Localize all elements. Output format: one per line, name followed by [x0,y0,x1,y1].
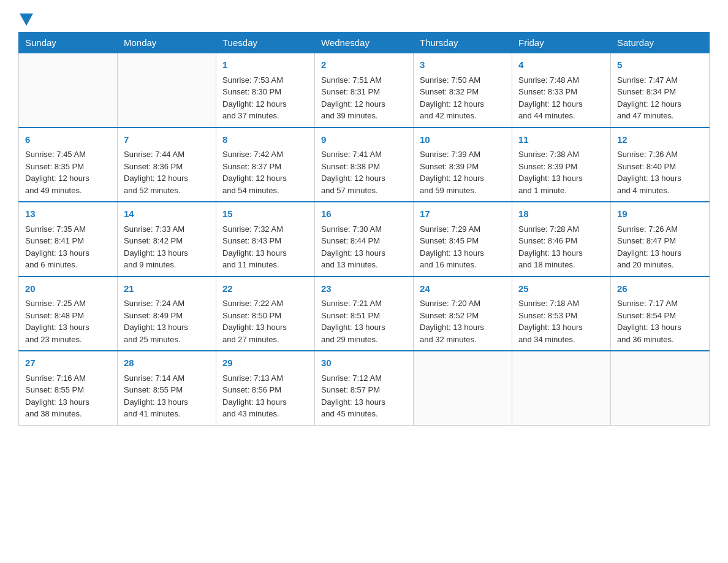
day-info-text: Daylight: 13 hours [25,247,111,259]
day-info-text: Sunset: 8:55 PM [25,384,111,396]
day-info-text: and 42 minutes. [420,110,506,122]
calendar-header-sunday: Sunday [19,33,118,53]
day-info-text: and 45 minutes. [321,408,407,420]
day-info-text: Sunrise: 7:53 AM [222,74,308,86]
day-number: 11 [518,133,604,147]
day-info-text: Sunrise: 7:35 AM [25,223,111,236]
day-info-text: Sunset: 8:46 PM [518,235,604,247]
day-info-text: Sunset: 8:40 PM [617,161,703,173]
day-number: 16 [321,207,407,221]
calendar-cell [611,351,710,425]
calendar-cell: 8Sunrise: 7:42 AMSunset: 8:37 PMDaylight… [216,128,315,202]
calendar-cell: 28Sunrise: 7:14 AMSunset: 8:55 PMDayligh… [118,351,216,425]
calendar-header-row: SundayMondayTuesdayWednesdayThursdayFrid… [19,33,710,53]
day-info-text: Sunset: 8:47 PM [617,235,703,247]
day-info-text: Daylight: 12 hours [222,98,308,110]
calendar-cell: 18Sunrise: 7:28 AMSunset: 8:46 PMDayligh… [512,202,611,277]
day-info-text: and 36 minutes. [617,334,703,346]
day-number: 29 [222,356,308,370]
calendar-cell: 2Sunrise: 7:51 AMSunset: 8:31 PMDaylight… [315,53,414,128]
day-info-text: and 18 minutes. [518,259,604,271]
day-info-text: and 23 minutes. [25,334,111,346]
day-info-text: Daylight: 12 hours [420,172,506,185]
day-info-text: Sunrise: 7:18 AM [518,297,604,310]
calendar-table: SundayMondayTuesdayWednesdayThursdayFrid… [18,32,710,426]
day-info-text: Sunset: 8:30 PM [222,86,308,98]
day-info-text: Sunrise: 7:45 AM [25,148,111,161]
day-info-text: Daylight: 13 hours [321,321,407,334]
day-number: 18 [518,207,604,221]
day-info-text: Daylight: 13 hours [25,396,111,408]
day-info-text: Daylight: 13 hours [617,172,703,185]
day-info-text: Sunset: 8:56 PM [222,384,308,396]
calendar-cell: 11Sunrise: 7:38 AMSunset: 8:39 PMDayligh… [512,128,611,202]
day-info-text: Sunset: 8:49 PM [124,310,210,322]
day-number: 1 [222,58,308,72]
day-info-text: Sunrise: 7:29 AM [420,223,506,236]
calendar-cell: 30Sunrise: 7:12 AMSunset: 8:57 PMDayligh… [315,351,414,425]
calendar-week-row: 20Sunrise: 7:25 AMSunset: 8:48 PMDayligh… [19,277,710,351]
day-info-text: and 13 minutes. [321,259,407,271]
day-info-text: Daylight: 13 hours [518,247,604,259]
day-info-text: Daylight: 12 hours [321,98,407,110]
calendar-cell [414,351,512,425]
day-info-text: Daylight: 13 hours [25,321,111,334]
day-info-text: and 29 minutes. [321,334,407,346]
day-info-text: Sunrise: 7:28 AM [518,223,604,236]
day-info-text: Sunset: 8:57 PM [321,384,407,396]
day-number: 3 [420,58,506,72]
day-info-text: Sunset: 8:39 PM [420,161,506,173]
day-number: 28 [124,356,210,370]
calendar-cell: 25Sunrise: 7:18 AMSunset: 8:53 PMDayligh… [512,277,611,351]
day-info-text: Sunrise: 7:16 AM [25,372,111,385]
day-info-text: Daylight: 12 hours [222,172,308,185]
day-info-text: Sunset: 8:51 PM [321,310,407,322]
day-info-text: and 4 minutes. [617,185,703,197]
day-info-text: Sunrise: 7:36 AM [617,148,703,161]
calendar-week-row: 13Sunrise: 7:35 AMSunset: 8:41 PMDayligh… [19,202,710,277]
day-info-text: Daylight: 13 hours [321,247,407,259]
day-info-text: and 57 minutes. [321,185,407,197]
day-info-text: Sunrise: 7:25 AM [25,297,111,310]
calendar-header-thursday: Thursday [414,33,512,53]
day-number: 27 [25,356,111,370]
day-info-text: Sunrise: 7:13 AM [222,372,308,385]
day-info-text: Daylight: 12 hours [518,98,604,110]
day-info-text: Sunrise: 7:22 AM [222,297,308,310]
calendar-cell: 22Sunrise: 7:22 AMSunset: 8:50 PMDayligh… [216,277,315,351]
day-number: 21 [124,282,210,296]
day-info-text: Sunrise: 7:48 AM [518,74,604,86]
day-info-text: Sunrise: 7:51 AM [321,74,407,86]
day-number: 9 [321,133,407,147]
calendar-header-monday: Monday [118,33,216,53]
day-number: 8 [222,133,308,147]
calendar-cell: 14Sunrise: 7:33 AMSunset: 8:42 PMDayligh… [118,202,216,277]
day-number: 30 [321,356,407,370]
day-info-text: Daylight: 13 hours [617,247,703,259]
day-info-text: Sunset: 8:48 PM [25,310,111,322]
day-info-text: Sunset: 8:41 PM [25,235,111,247]
day-info-text: and 54 minutes. [222,185,308,197]
calendar-week-row: 27Sunrise: 7:16 AMSunset: 8:55 PMDayligh… [19,351,710,425]
calendar-cell: 16Sunrise: 7:30 AMSunset: 8:44 PMDayligh… [315,202,414,277]
day-info-text: and 11 minutes. [222,259,308,271]
calendar-cell: 9Sunrise: 7:41 AMSunset: 8:38 PMDaylight… [315,128,414,202]
day-info-text: and 52 minutes. [124,185,210,197]
day-info-text: and 59 minutes. [420,185,506,197]
logo [18,12,33,26]
day-info-text: Sunset: 8:35 PM [25,161,111,173]
day-info-text: Daylight: 12 hours [321,172,407,185]
day-info-text: Daylight: 13 hours [222,247,308,259]
day-info-text: Sunset: 8:53 PM [518,310,604,322]
day-info-text: Sunrise: 7:42 AM [222,148,308,161]
day-info-text: and 38 minutes. [25,408,111,420]
day-info-text: and 49 minutes. [25,185,111,197]
day-number: 17 [420,207,506,221]
day-info-text: and 39 minutes. [321,110,407,122]
calendar-cell: 17Sunrise: 7:29 AMSunset: 8:45 PMDayligh… [414,202,512,277]
day-info-text: Daylight: 12 hours [617,98,703,110]
calendar-cell: 1Sunrise: 7:53 AMSunset: 8:30 PMDaylight… [216,53,315,128]
day-number: 24 [420,282,506,296]
day-info-text: and 25 minutes. [124,334,210,346]
day-info-text: Daylight: 13 hours [420,321,506,334]
